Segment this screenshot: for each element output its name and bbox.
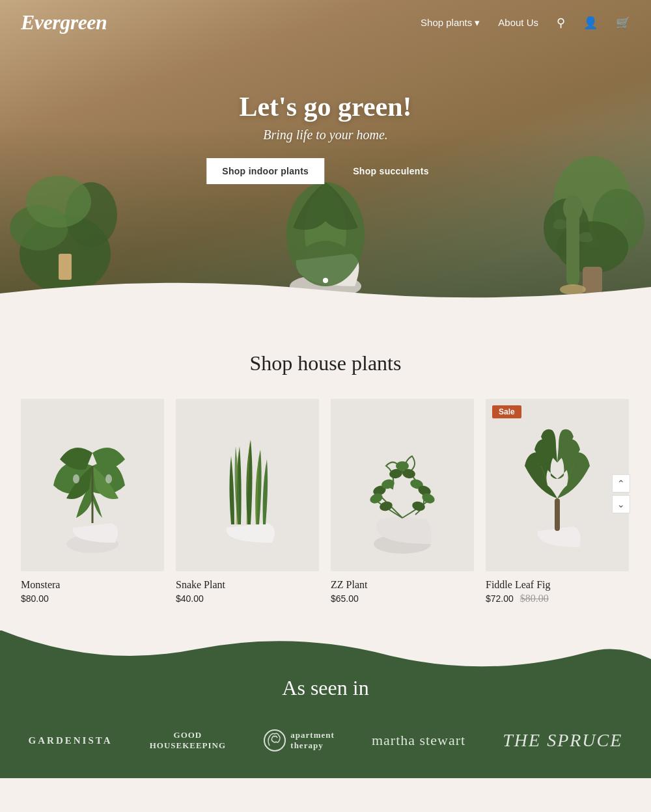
product-name-fiddle: Fiddle Leaf Fig [486,579,629,591]
seen-in-section: As seen in GARDENISTA GOODHOUSEKEEPING a… [0,630,651,778]
logo[interactable]: Evergreen [21,10,107,34]
product-price-zz: $65.00 [331,593,474,604]
navigation: Evergreen Shop plants ▾ About Us ⚲ 👤 🛒 [0,0,651,45]
carousel-next-button[interactable]: ⌄ [612,495,630,513]
brands-row: GARDENISTA GOODHOUSEKEEPING apartment th… [0,729,651,752]
svg-point-34 [264,730,285,751]
hero-title: Let's go green! [206,91,444,122]
sale-badge: Sale [492,405,521,418]
carousel-prev-button[interactable]: ⌃ [612,474,630,493]
cart-icon[interactable]: 🛒 [616,16,630,30]
products-row: Monstera $80.00 [21,399,630,604]
account-icon[interactable]: 👤 [583,16,598,30]
svg-point-3 [26,176,91,228]
product-card-fiddle[interactable]: Sale [486,399,629,604]
product-price-fiddle: $72.00 [486,593,514,604]
carousel-arrows: ⌃ ⌄ [612,474,630,513]
search-icon[interactable]: ⚲ [557,16,565,30]
product-image-zz [331,399,474,571]
product-price-snake: $40.00 [176,593,319,604]
about-us-link[interactable]: About Us [498,17,538,28]
product-image-fiddle: Sale [486,399,629,571]
product-card-monstera[interactable]: Monstera $80.00 [21,399,164,604]
shop-indoor-button[interactable]: Shop indoor plants [206,158,324,184]
svg-rect-33 [555,498,560,531]
product-price-monstera: $80.00 [21,593,164,604]
product-name-monstera: Monstera [21,579,164,591]
product-image-monstera [21,399,164,571]
hero-buttons: Shop indoor plants Shop succulents [206,158,444,184]
svg-point-24 [396,461,409,470]
seen-in-wave [0,630,651,682]
brand-the-spruce: the spruce [503,730,622,751]
product-image-snake [176,399,319,571]
product-name-snake: Snake Plant [176,579,319,591]
shop-section: Shop house plants [0,319,651,630]
brand-gardenista: GARDENISTA [29,735,113,746]
product-name-zz: ZZ Plant [331,579,474,591]
product-original-price-fiddle: $80.00 [520,593,549,604]
shop-succulents-button[interactable]: Shop succulents [337,158,445,184]
product-card-snake[interactable]: Snake Plant $40.00 [176,399,319,604]
svg-point-16 [73,474,79,483]
hero-subtitle: Bring life to your home. [206,128,444,142]
chevron-down-icon: ▾ [475,17,480,29]
brand-apartment-therapy: apartment therapy [263,729,335,752]
brand-good-housekeeping: GOODHOUSEKEEPING [150,730,226,750]
hero-content: Let's go green! Bring life to your home.… [206,91,444,184]
hero-wave [0,274,651,319]
at-icon [263,729,286,752]
product-card-zz[interactable]: ZZ Plant $65.00 [331,399,474,604]
hero-section: Evergreen Shop plants ▾ About Us ⚲ 👤 🛒 L… [0,0,651,319]
brand-martha-stewart: martha stewart [372,732,465,749]
shop-plants-link[interactable]: Shop plants ▾ [421,17,480,29]
svg-point-13 [563,195,583,221]
svg-point-17 [105,474,112,483]
shop-title: Shop house plants [21,351,630,375]
